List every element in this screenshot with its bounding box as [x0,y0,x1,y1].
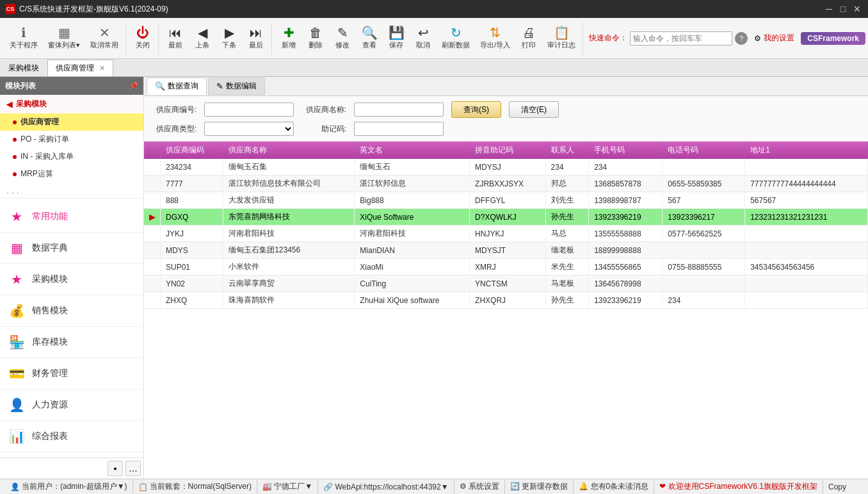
cancel-edit-button[interactable]: ↩ 取消 [410,24,436,53]
supplier-name-label: 供应商名称: [301,104,346,115]
table-row[interactable]: JYKJ河南君阳科技河南君阳科技HNJYKJ马总135555588880577-… [144,226,868,242]
view-button[interactable]: 🔍 查看 [357,24,382,53]
col-pinyin: ZHXQRJ [470,292,546,309]
import-export-button[interactable]: ⇅ 导出/导入 [476,24,515,53]
sidebar-window-btn[interactable]: ▪ [108,461,123,476]
col-header-contact: 联系人 [545,142,589,159]
sidebar-item-in-stock[interactable]: IN - 采购入库单 [0,148,143,165]
quick-command-area: 快速命令： ? [589,31,748,45]
table-row[interactable]: 888大发发供应链Big888DFFGYL刘先生1398899878756756… [144,192,868,209]
table-row[interactable]: ZHXQ珠海喜鹊软件ZhuHai XiQue softwareZHXQRJ孙先生… [144,292,868,309]
table-row[interactable]: SUP01小米软件XiaoMiXMRJ米先生134555568650755-88… [144,259,868,276]
last-icon: ⏭ [250,26,262,39]
memo-code-input[interactable] [354,122,444,136]
status-webapi[interactable]: 🔗 WebApi:https://localhost:44392▼ [318,479,454,494]
audit-log-button[interactable]: 📋 审计日志 [543,24,580,53]
col-mobile: 13685857878 [589,176,663,192]
col-pinyin: D?XQWLKJ [470,209,546,226]
title-bar: CS C/S系统快速开发框架-旗舰版V6.1(2024-09) ─ □ ✕ [0,0,868,18]
first-record-button[interactable]: ⏮ 最前 [163,24,188,53]
tab-data-edit[interactable]: ✎ 数据编辑 [208,78,265,95]
sidebar-module-purchase[interactable]: ★ 采购模块 [0,264,143,295]
maximize-button[interactable]: □ [837,3,849,15]
refresh-icon: ↻ [451,26,462,39]
status-user[interactable]: 👤 当前用户：(admin-超级用户▼) [5,479,133,494]
memo-code-label: 助记码: [301,124,346,135]
sidebar-module-finance[interactable]: 💳 财务管理 [0,358,143,390]
sidebar-module-hr[interactable]: 👤 人力资源 [0,390,143,421]
col-tel: 567 [663,192,745,209]
purchase-module-title: 采购模块 [16,99,47,110]
sidebar-module-data-dict[interactable]: ▦ 数据字典 [0,233,143,264]
col-code: YN02 [161,276,223,292]
col-tel: 0577-56562525 [663,226,745,242]
quick-cmd-help-button[interactable]: ? [735,32,748,45]
supplier-type-select[interactable] [204,122,294,136]
delete-icon: 🗑 [309,26,322,39]
col-contact: 刘先生 [545,192,589,209]
tab-close-icon[interactable]: ✕ [99,64,105,72]
save-button[interactable]: 💾 保存 [383,24,409,53]
refresh-button[interactable]: ↻ 刷新数据 [437,24,474,53]
col-contact: 马老板 [545,276,589,292]
edit-button[interactable]: ✎ 修改 [330,24,355,53]
sidebar-module-system[interactable]: ⚙ 系统管理 [0,452,143,457]
tab-purchase[interactable]: 采购模块 [0,60,47,76]
table-row[interactable]: 234234缅甸玉石集缅甸玉石MDYSJ234234 [144,159,868,176]
col-tel: 13923396217 [663,209,745,226]
query-button[interactable]: 查询(S) [451,101,501,118]
status-settings[interactable]: ⚙ 系统设置 [454,479,505,494]
col-indicator [144,176,161,192]
col-tel: 0755-88885555 [663,259,745,276]
table-row[interactable]: 7777湛江软邦信息技术有限公司湛江软邦信息ZJRBXXJSYX邦总136858… [144,176,868,192]
close-window-button[interactable]: ⏻ 关闭 [130,24,156,53]
cancel-common-button[interactable]: ✕ 取消常用 [86,24,123,53]
col-tel [663,276,745,292]
supplier-code-input[interactable] [204,103,294,117]
delete-button[interactable]: 🗑 删除 [303,24,328,53]
sidebar-module-report[interactable]: 📊 综合报表 [0,421,143,452]
close-button[interactable]: ✕ [851,3,863,15]
sidebar-in-label: IN - 采购入库单 [20,151,74,162]
col-header-address: 地址1 [745,142,868,159]
dot-icon-2 [13,138,17,142]
tab-data-query[interactable]: 🔍 数据查询 [147,78,207,95]
my-settings-link[interactable]: 我的设置 [764,33,794,44]
col-address: 567567 [745,192,868,209]
sidebar-more-btn[interactable]: … [125,461,141,476]
print-button[interactable]: 🖨 打印 [516,24,542,53]
windows-list-button[interactable]: ▦ 窗体列表▾ [44,24,84,53]
col-pinyin: MDYSJ [470,159,546,176]
table-row[interactable]: ▶DGXQ东莞喜鹊网络科技XiQue SoftwareD?XQWLKJ孙先生13… [144,209,868,226]
new-button[interactable]: ✚ 新增 [276,24,301,53]
toolbar-group-nav: ⏮ 最前 ◀ 上条 ▶ 下条 ⏭ 最后 [160,22,272,55]
quick-cmd-input[interactable] [630,31,732,45]
clear-button[interactable]: 清空(E) [509,101,559,118]
sidebar-item-mrp[interactable]: MRP运算 [0,165,143,183]
about-button[interactable]: ℹ 关于程序 [5,24,42,53]
sidebar-module-inventory[interactable]: 🏪 库存模块 [0,327,143,358]
sidebar-item-po-order[interactable]: PO - 采购订单 [0,131,143,148]
status-update[interactable]: 🔄 更新缓存数据 [505,479,574,494]
purchase-module-header[interactable]: ◀ 采购模块 [0,95,143,113]
delete-label: 删除 [309,40,323,50]
last-record-button[interactable]: ⏭ 最后 [243,24,269,53]
col-name: 大发发供应链 [223,192,355,209]
settings-gear-icon: ⚙ [754,34,761,43]
col-mobile: 13555558888 [589,226,663,242]
sidebar-item-supplier-mgmt[interactable]: 供应商管理 [0,113,143,131]
supplier-name-input[interactable] [354,103,444,117]
status-messages[interactable]: 🔔 您有0条未读消息 [574,479,654,494]
table-row[interactable]: YN02云南翠享商贸CuiTingYNCTSM马老板13645678998 [144,276,868,292]
dot-icon-3 [13,155,17,159]
minimize-button[interactable]: ─ [823,3,835,15]
tab-supplier-mgmt[interactable]: 供应商管理 ✕ [47,60,113,76]
sidebar-module-common[interactable]: ★ 常用功能 [0,201,143,233]
table-row[interactable]: MDYS缅甸玉石集团123456MianDIANMDYSJT缅老板1889999… [144,242,868,259]
status-factory[interactable]: 🏭 宁德工厂▼ [257,479,318,494]
next-record-button[interactable]: ▶ 下条 [216,24,242,53]
status-copy: Copy [823,479,851,494]
prev-record-button[interactable]: ◀ 上条 [189,24,215,53]
col-indicator [144,276,161,292]
sidebar-module-sales[interactable]: 💰 销售模块 [0,295,143,327]
